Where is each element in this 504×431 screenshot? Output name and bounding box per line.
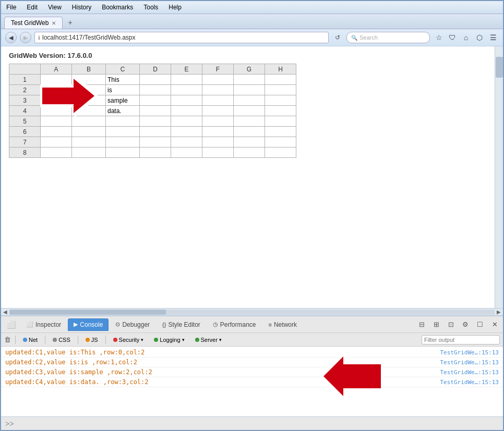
cell-h[interactable]: [265, 127, 296, 137]
cell-g[interactable]: [234, 75, 265, 85]
tab-debugger[interactable]: ⊙ Debugger: [110, 318, 155, 331]
cell-e[interactable]: [171, 116, 202, 127]
clear-console-button[interactable]: 🗑: [4, 336, 11, 343]
cell-a[interactable]: [41, 95, 72, 106]
cell-e[interactable]: [171, 85, 202, 95]
hscroll-right-button[interactable]: ▶: [495, 309, 503, 315]
filter-security-button[interactable]: Security ▾: [110, 336, 147, 344]
cell-d[interactable]: [140, 127, 171, 137]
menu-history[interactable]: History: [70, 3, 93, 12]
cell-a[interactable]: [41, 85, 72, 95]
cell-d[interactable]: [140, 75, 171, 85]
cell-e[interactable]: [171, 106, 202, 116]
close-devtools-button[interactable]: ✕: [488, 318, 501, 331]
console-source[interactable]: TestGridWe…:15:13: [440, 379, 499, 386]
cell-b[interactable]: [72, 147, 106, 158]
url-bar[interactable]: ℹ localhost:1417/TestGridWeb.aspx: [34, 32, 329, 43]
cell-d[interactable]: [140, 147, 171, 158]
dock-button[interactable]: ⊡: [445, 318, 457, 331]
cell-h[interactable]: [265, 95, 296, 106]
cell-d[interactable]: [140, 95, 171, 106]
cell-c[interactable]: [106, 116, 140, 127]
expand-console-button[interactable]: >>: [5, 420, 14, 428]
cell-b[interactable]: [72, 116, 106, 127]
filter-output-input[interactable]: [422, 335, 500, 344]
filter-logging-button[interactable]: Logging ▾: [151, 336, 187, 344]
new-tab-button[interactable]: +: [64, 16, 76, 29]
menu-bookmarks[interactable]: Bookmarks: [100, 3, 135, 12]
cell-b[interactable]: [72, 137, 106, 147]
cell-d[interactable]: [140, 116, 171, 127]
cell-d[interactable]: [140, 137, 171, 147]
hscroll-thumb[interactable]: [9, 310, 166, 315]
bookmark-icon[interactable]: ☆: [433, 32, 445, 43]
cell-c[interactable]: [106, 147, 140, 158]
cell-c[interactable]: is: [106, 85, 140, 95]
cell-c[interactable]: [106, 137, 140, 147]
console-source[interactable]: TestGridWe…:15:13: [440, 349, 499, 356]
cell-e[interactable]: [171, 127, 202, 137]
cell-d[interactable]: [140, 106, 171, 116]
search-box[interactable]: 🔍 Search: [346, 32, 430, 43]
cell-c[interactable]: This: [106, 75, 140, 85]
console-source[interactable]: TestGridWe…:15:13: [440, 369, 499, 376]
cell-b[interactable]: [72, 75, 106, 85]
cell-f[interactable]: [202, 137, 234, 147]
pocket-icon[interactable]: ⬡: [474, 32, 485, 43]
horizontal-scrollbar[interactable]: ◀ ▶: [1, 308, 503, 315]
responsive-button[interactable]: ☐: [474, 318, 486, 331]
back-button[interactable]: ◀: [5, 32, 17, 43]
cell-g[interactable]: [234, 137, 265, 147]
hamburger-menu-icon[interactable]: ☰: [487, 32, 499, 43]
hscroll-left-button[interactable]: ◀: [1, 309, 9, 315]
cell-g[interactable]: [234, 85, 265, 95]
cell-h[interactable]: [265, 106, 296, 116]
cell-f[interactable]: [202, 147, 234, 158]
filter-net-button[interactable]: Net: [20, 336, 41, 344]
menu-edit[interactable]: Edit: [25, 3, 40, 12]
cell-h[interactable]: [265, 147, 296, 158]
reload-button[interactable]: ↺: [332, 32, 343, 43]
cell-b[interactable]: [72, 106, 106, 116]
tab-inspector[interactable]: ⬜ Inspector: [20, 318, 67, 331]
devtools-sidebar-toggle[interactable]: ⬜: [3, 318, 19, 331]
menu-help[interactable]: Help: [166, 3, 184, 12]
cell-g[interactable]: [234, 147, 265, 158]
vertical-scrollbar[interactable]: [495, 46, 503, 308]
cell-f[interactable]: [202, 106, 234, 116]
cell-f[interactable]: [202, 75, 234, 85]
scrollbar-thumb[interactable]: [496, 57, 503, 78]
cell-a[interactable]: [41, 137, 72, 147]
cell-b[interactable]: [72, 85, 106, 95]
cell-h[interactable]: [265, 116, 296, 127]
cell-a[interactable]: [41, 75, 72, 85]
cell-g[interactable]: [234, 116, 265, 127]
cell-g[interactable]: [234, 127, 265, 137]
home-icon[interactable]: ⌂: [460, 32, 472, 43]
cell-g[interactable]: [234, 106, 265, 116]
cell-e[interactable]: [171, 95, 202, 106]
menu-view[interactable]: View: [46, 3, 64, 12]
cell-a[interactable]: [41, 116, 72, 127]
cell-f[interactable]: [202, 95, 234, 106]
cell-b[interactable]: [72, 127, 106, 137]
tab-style-editor[interactable]: {} Style Editor: [157, 318, 206, 331]
cell-f[interactable]: [202, 85, 234, 95]
menu-tools[interactable]: Tools: [141, 3, 160, 12]
cell-a[interactable]: [41, 147, 72, 158]
split-view-button[interactable]: ⊟: [415, 318, 428, 331]
cell-g[interactable]: [234, 95, 265, 106]
cell-c[interactable]: data.: [106, 106, 140, 116]
console-source[interactable]: TestGridWe…:15:13: [440, 359, 499, 366]
filter-js-button[interactable]: JS: [82, 336, 101, 344]
cell-e[interactable]: [171, 147, 202, 158]
cell-h[interactable]: [265, 137, 296, 147]
cell-e[interactable]: [171, 75, 202, 85]
menu-file[interactable]: File: [4, 3, 18, 12]
forward-button[interactable]: ▶: [20, 32, 31, 43]
tab-close-button[interactable]: ✕: [52, 20, 56, 26]
cell-c[interactable]: [106, 127, 140, 137]
hscroll-track[interactable]: [9, 310, 495, 315]
cell-h[interactable]: [265, 85, 296, 95]
tab-performance[interactable]: ◷ Performance: [207, 318, 262, 331]
